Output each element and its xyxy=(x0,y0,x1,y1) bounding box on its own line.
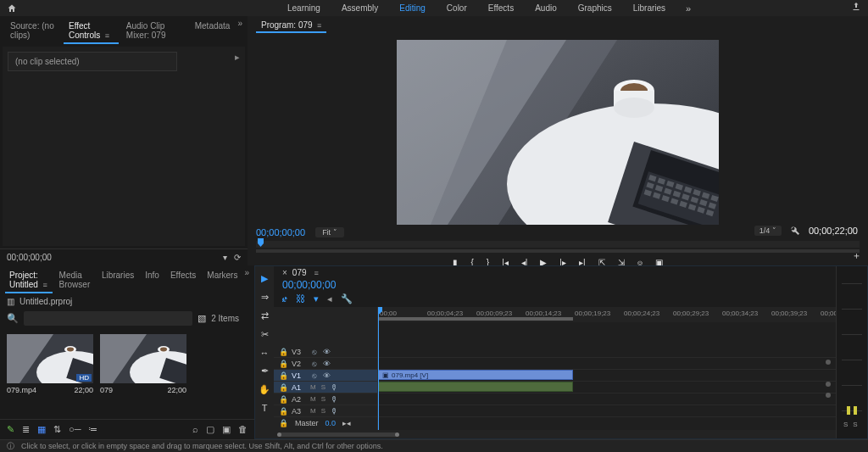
automate-icon[interactable]: ≔ xyxy=(88,424,97,435)
workspace-libraries[interactable]: Libraries xyxy=(626,2,673,15)
tab-effect-controls[interactable]: Effect Controls ≡ xyxy=(64,19,119,44)
track-a2[interactable]: 🔒A2MS🎙 xyxy=(274,393,377,405)
project-item[interactable]: HD 079.mp422;00 xyxy=(7,334,93,394)
timeline-zoom-scroll[interactable] xyxy=(274,430,836,438)
lane-a1[interactable] xyxy=(378,382,836,393)
eye-icon[interactable]: 👁 xyxy=(323,371,331,380)
timeline-ruler[interactable]: 00;00 00;00;04;23 00;00;09;23 00;00;14;2… xyxy=(378,307,836,322)
track-v2[interactable]: 🔒V2⎋👁 xyxy=(274,358,377,370)
tab-markers[interactable]: Markers xyxy=(203,268,242,293)
home-icon[interactable] xyxy=(7,3,17,14)
close-sequence-icon[interactable]: × xyxy=(282,268,287,277)
video-clip[interactable]: ▣079.mp4 [V] xyxy=(378,370,573,380)
eye-icon[interactable]: 👁 xyxy=(323,360,331,368)
freeform-view-icon[interactable]: ✎ xyxy=(7,424,14,435)
workspace-audio[interactable]: Audio xyxy=(527,2,565,15)
share-icon[interactable] xyxy=(851,2,861,12)
tab-program-menu-icon[interactable]: ≡ xyxy=(315,21,322,30)
project-overflow-icon[interactable]: » xyxy=(244,268,249,293)
tab-media-browser[interactable]: Media Browser xyxy=(55,268,95,293)
search-input[interactable] xyxy=(24,311,192,326)
workspace-learning[interactable]: Learning xyxy=(280,2,328,15)
project-item[interactable]: 07922;00 xyxy=(100,334,186,394)
tab-effects[interactable]: Effects xyxy=(166,268,200,293)
snap-icon[interactable]: ⸙ xyxy=(282,293,287,304)
workspace-effects[interactable]: Effects xyxy=(481,2,521,15)
lock-icon[interactable]: 🔒 xyxy=(279,407,287,416)
wrench-icon[interactable] xyxy=(790,226,800,236)
pen-tool-icon[interactable]: ✒ xyxy=(261,366,269,377)
mic-icon[interactable]: 🎙 xyxy=(331,407,338,416)
program-playhead-icon[interactable] xyxy=(258,238,264,247)
program-timecode-left[interactable]: 00;00;00;00 xyxy=(256,227,305,237)
master-track[interactable]: 🔒Master0.0▸◂ xyxy=(274,417,377,429)
sync-lock-icon[interactable]: ⎋ xyxy=(310,360,318,368)
workspace-color[interactable]: Color xyxy=(439,2,475,15)
sort-icon[interactable]: ⇅ xyxy=(53,424,61,435)
linked-selection-icon[interactable]: ⛓ xyxy=(296,293,305,304)
sync-lock-icon[interactable]: ⎋ xyxy=(310,371,318,380)
track-output-toggle[interactable] xyxy=(826,382,831,387)
tab-info[interactable]: Info xyxy=(141,268,164,293)
markers-icon[interactable]: ▾ xyxy=(314,293,319,304)
tab-program[interactable]: Program: 079 ≡ xyxy=(256,19,326,33)
expand-icon[interactable]: ▸◂ xyxy=(342,419,351,427)
tab-project[interactable]: Project: Untitled ≡ xyxy=(5,268,53,293)
resolution-selector[interactable]: 1/4 ˅ xyxy=(754,226,782,236)
track-output-toggle[interactable] xyxy=(826,360,831,365)
filter-icon[interactable]: ▾ xyxy=(223,253,227,262)
lane-v1[interactable]: ▣079.mp4 [V] xyxy=(378,370,836,382)
lane-v2[interactable] xyxy=(378,358,836,370)
timeline-wrench-icon[interactable]: 🔧 xyxy=(341,293,353,304)
lock-icon[interactable]: 🔒 xyxy=(279,419,288,427)
track-a1[interactable]: 🔒A1MS🎙 xyxy=(274,382,377,393)
workspace-assembly[interactable]: Assembly xyxy=(334,2,386,15)
settings-icon[interactable]: ⟳ xyxy=(234,253,241,262)
track-v3[interactable]: 🔒V3⎋👁 xyxy=(274,346,377,358)
new-bin-footer-icon[interactable]: ▢ xyxy=(206,424,214,435)
playhead-toggle-icon[interactable]: ▸ xyxy=(235,52,240,63)
workspace-graphics[interactable]: Graphics xyxy=(570,2,620,15)
timeline-timecode[interactable]: 00;00;00;00 xyxy=(274,279,836,291)
delete-icon[interactable]: 🗑 xyxy=(238,424,248,435)
ripple-tool-icon[interactable]: ⇄ xyxy=(261,310,269,321)
zoom-fit-selector[interactable]: Fit ˅ xyxy=(315,227,344,237)
selection-tool-icon[interactable]: ▶ xyxy=(261,273,268,284)
list-view-icon[interactable]: ≣ xyxy=(22,424,30,435)
lane-a2[interactable] xyxy=(378,393,836,405)
tab-libraries[interactable]: Libraries xyxy=(97,268,138,293)
search-icon[interactable]: 🔍 xyxy=(7,313,19,324)
tab-project-menu-icon[interactable]: ≡ xyxy=(41,281,47,289)
tab-menu-icon[interactable]: ≡ xyxy=(103,31,109,40)
workspace-editing[interactable]: Editing xyxy=(392,2,433,15)
new-item-icon[interactable]: ▣ xyxy=(222,424,231,435)
mic-icon[interactable]: 🎙 xyxy=(331,383,338,392)
eye-icon[interactable]: 👁 xyxy=(323,348,331,356)
mic-icon[interactable]: 🎙 xyxy=(331,395,338,404)
workspace-overflow-icon[interactable]: » xyxy=(684,2,693,15)
sync-lock-icon[interactable]: ⎋ xyxy=(310,348,318,356)
program-monitor[interactable] xyxy=(248,36,868,225)
tab-audio-clip-mixer[interactable]: Audio Clip Mixer: 079 xyxy=(121,19,187,44)
sequence-tab[interactable]: × 079 ≡ xyxy=(274,266,836,279)
track-a3[interactable]: 🔒A3MS🎙 xyxy=(274,405,377,417)
lock-icon[interactable]: 🔒 xyxy=(279,348,287,356)
type-tool-icon[interactable]: T xyxy=(262,403,268,413)
find-icon[interactable]: ⌕ xyxy=(192,424,198,435)
panel-overflow-icon[interactable]: » xyxy=(237,19,242,44)
track-v1[interactable]: 🔒V1⎋👁 xyxy=(274,370,377,382)
icon-view-icon[interactable]: ▦ xyxy=(37,424,46,435)
track-output-toggle[interactable] xyxy=(826,393,831,398)
lock-icon[interactable]: 🔒 xyxy=(279,371,287,380)
timeline-playhead-icon[interactable] xyxy=(378,307,379,430)
tab-metadata[interactable]: Metadata xyxy=(190,19,236,44)
lane-a3[interactable] xyxy=(378,405,836,417)
button-editor-plus-icon[interactable]: ＋ xyxy=(852,249,861,262)
track-select-tool-icon[interactable]: ⇒ xyxy=(261,292,269,303)
solo-left[interactable]: S xyxy=(843,421,848,428)
program-scrubber[interactable] xyxy=(256,249,860,253)
lock-icon[interactable]: 🔒 xyxy=(279,360,287,368)
lane-v3[interactable] xyxy=(378,346,836,358)
razor-tool-icon[interactable]: ✂ xyxy=(261,329,269,340)
audio-clip[interactable] xyxy=(378,382,573,392)
